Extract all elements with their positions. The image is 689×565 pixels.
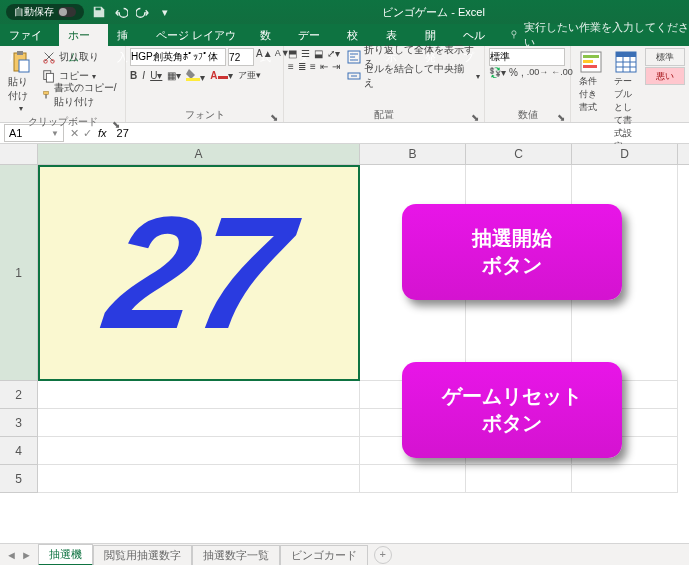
select-all-corner[interactable] [0,144,38,165]
formula-input[interactable]: 27 [113,127,689,139]
bingo-number: 27 [97,181,301,365]
svg-rect-3 [17,51,23,55]
dialog-launcher-icon[interactable]: ⬊ [470,112,480,122]
comma-format-icon[interactable]: , [521,67,524,78]
ribbon-tabs: ファイル ホーム 挿入 ページ レイアウト 数式 データ 校閲 表示 開発 ヘル… [0,24,689,46]
dialog-launcher-icon[interactable]: ⬊ [111,119,121,129]
row-header-5[interactable]: 5 [0,465,37,493]
bold-button[interactable]: B [130,70,137,81]
align-bottom-icon[interactable]: ⬓ [314,48,323,59]
tab-home[interactable]: ホーム [59,24,108,46]
dialog-launcher-icon[interactable]: ⬊ [556,112,566,122]
redo-icon[interactable] [136,5,150,19]
accounting-format-icon[interactable]: 💱▾ [489,67,506,78]
row-header-2[interactable]: 2 [0,381,37,409]
col-header-b[interactable]: B [360,144,466,164]
svg-rect-8 [46,73,53,82]
save-icon[interactable] [92,5,106,19]
tab-data[interactable]: データ [289,24,338,46]
tell-me-search[interactable]: 実行したい作業を入力してください [509,20,689,50]
tab-nav-prev-icon[interactable]: ◄ [6,549,17,561]
fill-color-button[interactable]: ▾ [186,67,205,83]
number-format-select[interactable] [489,48,565,66]
draw-start-button[interactable]: 抽選開始ボタン [402,204,622,300]
font-name-input[interactable] [130,48,226,66]
row-headers: 1 2 3 4 5 [0,165,38,493]
indent-inc-icon[interactable]: ⇥ [332,61,340,72]
row-header-4[interactable]: 4 [0,437,37,465]
border-button[interactable]: ▦▾ [167,70,181,81]
svg-rect-16 [583,65,597,68]
percent-format-icon[interactable]: % [509,67,518,78]
document-title: ビンゴゲーム - Excel [178,5,689,20]
row-header-3[interactable]: 3 [0,409,37,437]
new-sheet-button[interactable]: + [374,546,392,564]
svg-rect-4 [19,60,29,72]
row-header-1[interactable]: 1 [0,165,37,381]
group-number: 💱▾ % , .00→ ←.00 数値⬊ [485,46,571,122]
svg-rect-0 [96,8,101,11]
phonetic-button[interactable]: ア亜▾ [238,69,261,82]
svg-rect-14 [583,55,599,58]
indent-dec-icon[interactable]: ⇤ [320,61,328,72]
column-headers: A B C D [38,144,689,165]
qat-more-icon[interactable]: ▾ [158,5,172,19]
svg-rect-18 [616,52,636,57]
cut-button[interactable]: 切り取り [42,48,122,66]
increase-font-icon[interactable]: A▲ [256,48,273,66]
svg-rect-9 [43,92,48,95]
sheet-tab-3[interactable]: 抽選数字一覧 [192,545,280,565]
format-painter-button[interactable]: 書式のコピー/貼り付け [42,86,122,104]
svg-point-1 [512,31,516,35]
col-header-d[interactable]: D [572,144,678,164]
svg-rect-10 [186,78,200,81]
group-font: A▲ A▼ B I U▾ ▦▾ ▾ A▾ ア亜▾ フォント⬊ [126,46,284,122]
worksheet: A B C D 1 2 3 4 5 27 抽選開始ボタン ゲームリセットボタン [0,144,689,543]
align-right-icon[interactable]: ≡ [310,61,316,72]
tab-insert[interactable]: 挿入 [108,24,147,46]
italic-button[interactable]: I [142,70,145,81]
underline-button[interactable]: U▾ [150,70,162,81]
style-bad[interactable]: 悪い [645,67,685,85]
dialog-launcher-icon[interactable]: ⬊ [269,112,279,122]
merge-center-button[interactable]: セルを結合して中央揃え▾ [347,67,480,85]
tab-formulas[interactable]: 数式 [251,24,290,46]
svg-rect-15 [583,60,593,63]
tab-layout[interactable]: ページ レイアウト [147,24,251,46]
sheet-tab-2[interactable]: 閲覧用抽選数字 [93,545,192,565]
autosave-toggle[interactable]: 自動保存 [6,4,84,20]
orientation-icon[interactable]: ⤢▾ [327,48,340,59]
font-color-button[interactable]: A▾ [210,70,232,81]
font-size-input[interactable] [228,48,254,66]
align-center-icon[interactable]: ≣ [298,61,306,72]
col-header-c[interactable]: C [466,144,572,164]
cell-a1[interactable]: 27 [38,165,360,381]
conditional-format-button[interactable]: 条件付き書式 [575,48,607,116]
align-middle-icon[interactable]: ☰ [301,48,310,59]
ribbon: 貼り付け▾ 切り取り コピー▾ 書式のコピー/貼り付け クリップボード⬊ A▲ … [0,46,689,123]
align-top-icon[interactable]: ⬒ [288,48,297,59]
align-left-icon[interactable]: ≡ [288,61,294,72]
sheet-tab-bar: ◄ ► 抽選機 閲覧用抽選数字 抽選数字一覧 ビンゴカード + [0,543,689,565]
style-normal[interactable]: 標準 [645,48,685,66]
decrease-decimal-icon[interactable]: ←.00 [551,67,573,78]
col-header-a[interactable]: A [38,144,360,164]
tab-nav-next-icon[interactable]: ► [21,549,32,561]
group-clipboard: 貼り付け▾ 切り取り コピー▾ 書式のコピー/貼り付け クリップボード⬊ [0,46,126,122]
sheet-tab-4[interactable]: ビンゴカード [280,545,368,565]
group-alignment: ⬒☰⬓ ⤢▾ ≡≣≡ ⇤⇥ 折り返して全体を表示する セルを結合して中央揃え▾ … [284,46,485,122]
game-reset-button[interactable]: ゲームリセットボタン [402,362,622,458]
group-styles: 条件付き書式 テーブルとして書式設定 標準 悪い [571,46,689,122]
undo-icon[interactable] [114,5,128,19]
increase-decimal-icon[interactable]: .00→ [527,67,549,78]
tab-file[interactable]: ファイル [0,24,59,46]
paste-button[interactable]: 貼り付け▾ [4,48,39,115]
sheet-tab-1[interactable]: 抽選機 [38,544,93,566]
